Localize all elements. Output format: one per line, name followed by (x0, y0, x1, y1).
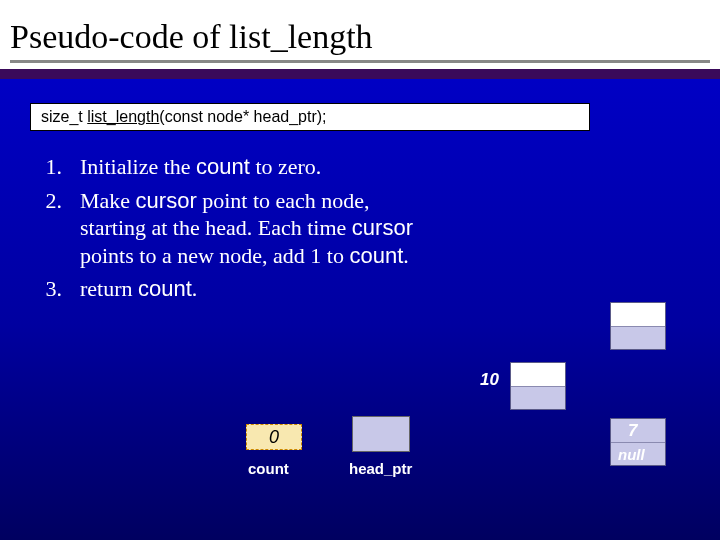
signature-box: size_t list_length(const node* head_ptr)… (30, 103, 590, 131)
step-number: 3. (30, 275, 80, 303)
step-number: 2. (30, 187, 80, 270)
step-text: return count. (80, 275, 420, 303)
step-item: 3. return count. (30, 275, 420, 303)
title-area: Pseudo-code of list_length (0, 0, 720, 69)
sig-return-type: size_t (41, 108, 87, 125)
step-item: 2. Make cursor point to each node, start… (30, 187, 420, 270)
step-item: 1. Initialize the count to zero. (30, 153, 420, 181)
step-text: Make cursor point to each node, starting… (80, 187, 420, 270)
slide-title: Pseudo-code of list_length (10, 18, 710, 56)
step-number: 1. (30, 153, 80, 181)
accent-bar (0, 69, 720, 79)
content-area: size_t list_length(const node* head_ptr)… (0, 79, 720, 519)
step-text: Initialize the count to zero. (80, 153, 420, 181)
sig-function-name: list_length (87, 108, 159, 125)
title-underline (10, 60, 710, 63)
steps-list: 1. Initialize the count to zero. 2. Make… (30, 153, 420, 303)
sig-params: (const node* head_ptr); (159, 108, 326, 125)
